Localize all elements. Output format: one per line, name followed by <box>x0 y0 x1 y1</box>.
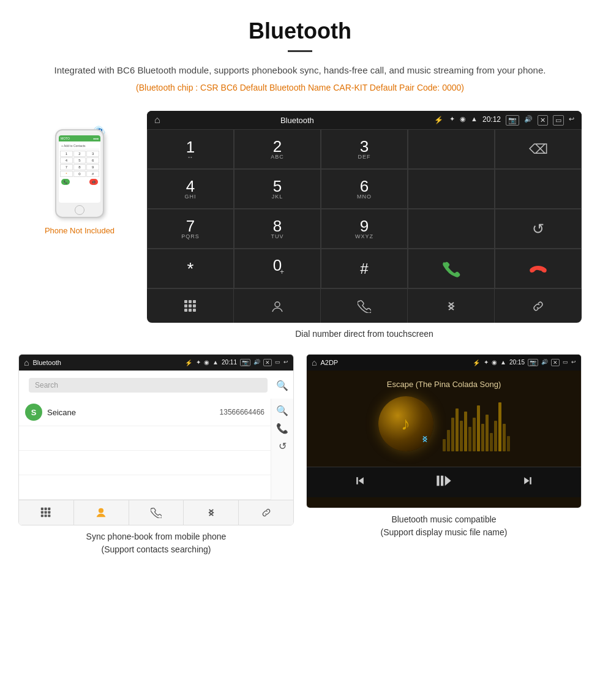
dial-key-9[interactable]: 9WXYZ <box>321 209 408 249</box>
svg-rect-12 <box>45 508 47 510</box>
phone-screen-content: + Add to Contacts 1 2 3 4 5 6 7 8 9 <box>59 141 100 186</box>
pb-usb-icon: ⚡ <box>185 359 192 366</box>
music-album-art: ♪ <box>378 396 433 451</box>
dial-key-8[interactable]: 8TUV <box>234 209 321 249</box>
dial-home-icon[interactable]: ⌂ <box>154 115 160 126</box>
pb-search-placeholder: Search <box>35 381 58 390</box>
contacts-icon-btn[interactable] <box>234 289 321 323</box>
music-play-pause-btn[interactable] <box>430 472 457 492</box>
mini-end-button[interactable]: 📵 <box>89 179 98 185</box>
svg-rect-17 <box>41 514 43 517</box>
svg-rect-13 <box>48 508 51 510</box>
dial-key-star[interactable]: * <box>147 249 234 288</box>
dial-empty-3 <box>495 169 582 209</box>
svg-point-10 <box>275 302 280 307</box>
link-icon-btn[interactable] <box>495 289 582 323</box>
empty-row-2 <box>19 451 271 475</box>
eq-bar <box>477 405 480 451</box>
topbar-icons: ✦ ◉ ▲ 20:12 📷 🔊 ✕ ▭ ↩ <box>449 115 574 126</box>
music-win-icon[interactable]: ▭ <box>563 359 568 366</box>
dial-key-0[interactable]: 0+ <box>234 249 321 288</box>
back-icon[interactable]: ↩ <box>569 115 574 126</box>
bluetooth-icon-btn[interactable] <box>408 289 495 323</box>
music-close-icon[interactable]: ✕ <box>551 359 560 366</box>
equalizer-bars <box>443 402 510 451</box>
pb-vol-icon[interactable]: 🔊 <box>253 359 260 366</box>
pb-home-icon[interactable]: ⌂ <box>24 358 29 367</box>
pb-link-btn[interactable] <box>239 500 293 525</box>
pb-right-call-icon[interactable]: 📞 <box>276 423 288 434</box>
svg-rect-16 <box>48 511 51 514</box>
camera-icon[interactable]: 📷 <box>506 115 519 126</box>
music-home-icon[interactable]: ⌂ <box>312 358 317 367</box>
music-skip-forward-btn[interactable] <box>516 472 540 492</box>
music-caption-line1: Bluetooth music compatible <box>391 514 496 524</box>
contact-avatar: S <box>25 404 42 421</box>
eq-bar <box>486 415 489 451</box>
dial-end-red-btn[interactable] <box>495 249 582 288</box>
dial-sync[interactable]: ↺ <box>495 209 582 249</box>
pb-bluetooth-btn[interactable] <box>184 500 239 525</box>
bt-icon: ✦ <box>449 115 455 126</box>
dial-key-4[interactable]: 4GHI <box>147 169 234 209</box>
phonebook-caption-line1: Sync phone-book from mobile phone <box>86 532 227 541</box>
music-vol-icon[interactable]: 🔊 <box>541 359 548 366</box>
close-icon[interactable]: ✕ <box>538 115 548 126</box>
dial-key-1[interactable]: 1•• <box>147 129 234 169</box>
dialpad-icon-btn[interactable] <box>147 289 234 323</box>
phone-screen-header: MOTO ●●● <box>59 135 100 141</box>
pb-camera-icon[interactable]: 📷 <box>240 359 250 366</box>
dial-key-5[interactable]: 5JKL <box>234 169 321 209</box>
svg-rect-18 <box>45 514 47 517</box>
svg-rect-4 <box>184 304 187 307</box>
dial-key-3[interactable]: 3DEF <box>321 129 408 169</box>
window-icon[interactable]: ▭ <box>553 115 564 126</box>
page-title: Bluetooth <box>37 18 563 44</box>
pb-right-search-icon[interactable]: 🔍 <box>276 405 288 416</box>
middle-section: ℬ MOTO ●●● + Add to Contacts 1 2 <box>0 105 600 348</box>
svg-rect-6 <box>193 304 196 307</box>
music-caption-line2: (Support display music file name) <box>381 527 508 537</box>
music-screen: ⌂ A2DP ⚡ ✦ ◉ ▲ 20:15 📷 🔊 ✕ ▭ ↩ <box>307 355 581 508</box>
pb-close-icon[interactable]: ✕ <box>263 359 272 366</box>
dial-call-green-btn[interactable] <box>408 249 495 288</box>
svg-rect-27 <box>530 477 531 484</box>
phone-not-included-label: Phone Not Included <box>45 226 114 235</box>
add-contacts-menu: + Add to Contacts <box>60 143 99 149</box>
dial-key-2[interactable]: 2ABC <box>234 129 321 169</box>
pb-search-icon[interactable]: 🔍 <box>276 380 288 391</box>
pb-phone-btn[interactable] <box>129 500 184 525</box>
svg-rect-23 <box>437 476 439 486</box>
eq-bar <box>507 436 510 451</box>
phone-illustration: ℬ MOTO ●●● + Add to Contacts 1 2 <box>52 123 107 221</box>
music-bt-icon: ✦ <box>484 359 489 366</box>
dial-backspace[interactable]: ⌫ <box>495 129 582 169</box>
music-usb-icon: ⚡ <box>473 359 480 366</box>
signal-icon: ▲ <box>471 115 478 126</box>
dial-key-7[interactable]: 7PQRS <box>147 209 234 249</box>
volume-icon[interactable]: 🔊 <box>524 115 533 126</box>
pb-win-icon[interactable]: ▭ <box>275 359 280 366</box>
phone-icon-btn[interactable] <box>321 289 408 323</box>
phone-side: ℬ MOTO ●●● + Add to Contacts 1 2 <box>18 111 141 235</box>
music-main-area: ♪ <box>313 396 575 457</box>
pb-person-btn[interactable] <box>74 500 129 525</box>
music-song-title: Escape (The Pina Colada Song) <box>387 380 501 389</box>
music-camera-icon[interactable]: 📷 <box>528 359 538 366</box>
music-topbar-icons: ✦ ◉ ▲ 20:15 📷 🔊 ✕ ▭ ↩ <box>484 359 576 366</box>
dial-key-hash[interactable]: # <box>321 249 408 288</box>
dial-key-6[interactable]: 6MNO <box>321 169 408 209</box>
subtitle-text: Integrated with BC6 Bluetooth module, su… <box>37 63 563 78</box>
pb-search-bar[interactable]: Search <box>29 378 268 393</box>
pb-back-icon[interactable]: ↩ <box>283 359 288 366</box>
mini-call-button[interactable]: 📞 <box>61 179 70 185</box>
svg-rect-11 <box>41 508 43 510</box>
pb-right-sync-icon[interactable]: ↺ <box>279 440 287 452</box>
eq-bar <box>494 421 497 451</box>
music-note-icon: ♪ <box>401 413 410 434</box>
empty-row-1 <box>19 426 271 451</box>
music-skip-back-btn[interactable] <box>348 472 372 492</box>
pb-dialpad-btn[interactable] <box>19 500 74 525</box>
phone-home-button[interactable] <box>75 205 84 215</box>
music-back-icon[interactable]: ↩ <box>571 359 576 366</box>
